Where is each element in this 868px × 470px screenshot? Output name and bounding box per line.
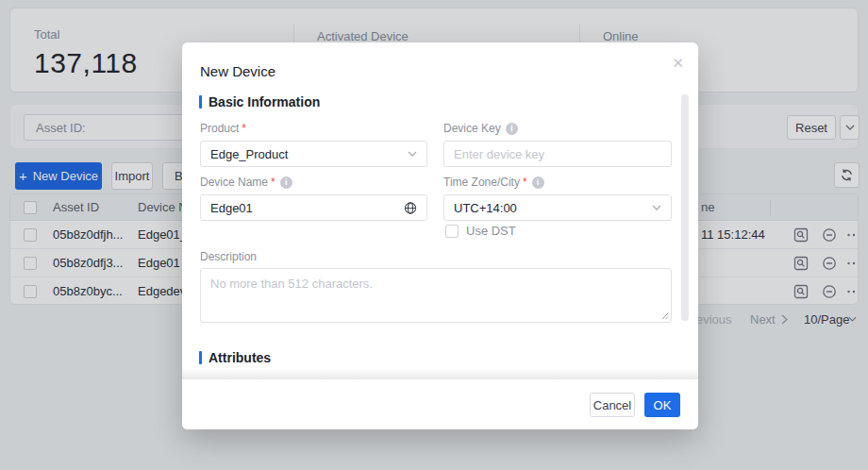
use-dst-label: Use DST <box>466 224 516 238</box>
section-accent-bar <box>199 95 202 109</box>
product-label: Product * <box>200 122 246 135</box>
resize-handle-icon[interactable] <box>661 312 669 320</box>
required-mark: * <box>523 176 527 189</box>
basic-information-title: Basic Information <box>209 94 320 109</box>
cancel-button-label: Cancel <box>593 398 631 412</box>
info-icon: i <box>280 176 292 189</box>
basic-information-section: Basic Information <box>199 94 320 109</box>
product-select-value: Edge_Product <box>210 147 408 161</box>
info-icon: i <box>532 176 544 189</box>
timezone-select[interactable]: UTC+14:00 <box>443 194 672 221</box>
attributes-title: Attributes <box>209 350 271 365</box>
product-select[interactable]: Edge_Product <box>200 141 427 167</box>
device-name-label: Device Name * i <box>200 176 292 189</box>
device-name-input[interactable] <box>210 201 404 215</box>
globe-icon[interactable] <box>404 201 417 215</box>
description-field <box>200 268 672 323</box>
attributes-section: Attributes <box>199 350 271 365</box>
ok-button[interactable]: OK <box>644 393 680 417</box>
timezone-label: Time Zone/City * i <box>443 176 544 189</box>
chevron-down-icon <box>652 205 661 210</box>
required-mark: * <box>271 176 275 189</box>
scroll-shadow <box>182 368 698 379</box>
use-dst-option[interactable]: Use DST <box>445 224 516 238</box>
modal-scrollbar[interactable] <box>681 94 689 321</box>
section-accent-bar <box>199 351 202 364</box>
device-key-input[interactable] <box>454 147 661 161</box>
timezone-select-value: UTC+14:00 <box>454 201 652 215</box>
device-name-field[interactable] <box>200 194 427 221</box>
info-icon: i <box>506 123 518 135</box>
modal-footer: Cancel OK <box>182 379 698 429</box>
close-icon[interactable]: ✕ <box>672 55 684 72</box>
device-management-page: Total 137,118 Activated Device Online As… <box>0 0 868 470</box>
device-key-label: Device Key i <box>443 122 518 135</box>
ok-button-label: OK <box>654 398 672 412</box>
new-device-modal: New Device ✕ Basic Information Product *… <box>182 42 698 429</box>
modal-title: New Device <box>200 63 275 79</box>
description-label: Description <box>200 250 257 263</box>
use-dst-checkbox[interactable] <box>445 225 459 238</box>
device-key-field[interactable] <box>443 141 672 167</box>
cancel-button[interactable]: Cancel <box>590 393 635 417</box>
required-mark: * <box>242 122 246 135</box>
chevron-down-icon <box>408 151 417 157</box>
description-textarea[interactable] <box>200 268 672 323</box>
